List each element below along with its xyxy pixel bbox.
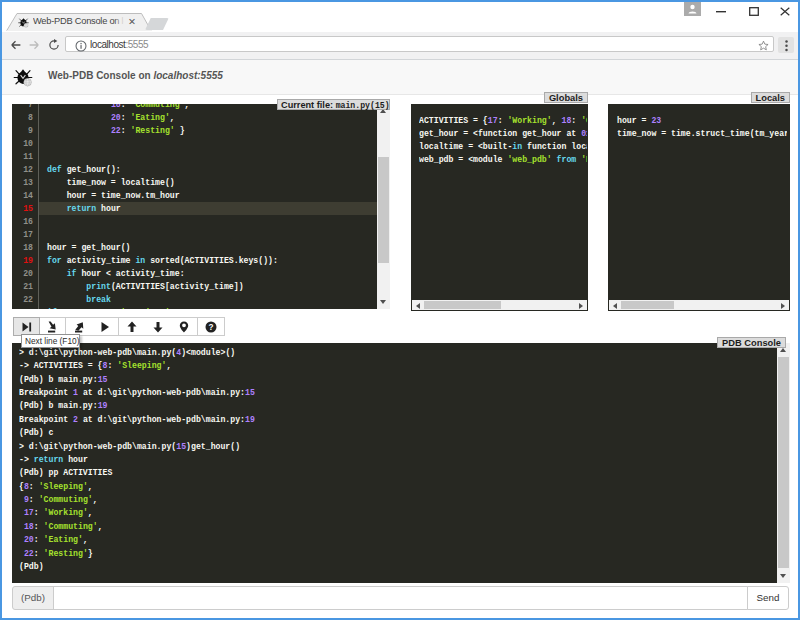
svg-text:?: ? — [208, 322, 213, 331]
